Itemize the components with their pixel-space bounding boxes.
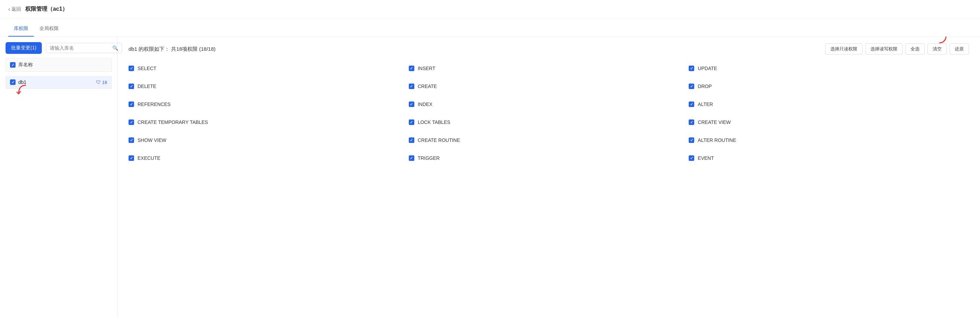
perm-item-create_temp: ✓ CREATE TEMPORARY TABLES [129, 117, 409, 128]
back-button[interactable]: ‹ 返回 [8, 6, 21, 13]
tab-db-privilege[interactable]: 库权限 [8, 21, 34, 37]
perm-label-index: INDEX [418, 102, 433, 107]
perm-checkbox-index[interactable]: ✓ [409, 102, 414, 107]
perm-label-drop: DROP [698, 84, 711, 89]
perm-checkbox-create_view[interactable]: ✓ [689, 119, 694, 125]
perm-label-references: REFERENCES [138, 102, 171, 107]
checkbox-check-icon: ✓ [130, 102, 133, 107]
checkbox-check-icon: ✓ [11, 80, 14, 84]
perm-item-create_routine: ✓ CREATE ROUTINE [409, 135, 689, 146]
perm-checkbox-create[interactable]: ✓ [409, 84, 414, 89]
checkbox-check-icon: ✓ [11, 63, 14, 67]
checkbox-check-icon: ✓ [690, 84, 693, 89]
perm-label-event: EVENT [698, 156, 714, 161]
back-arrow-icon: ‹ [8, 6, 10, 13]
perm-item-index: ✓ INDEX [409, 99, 689, 110]
perm-checkbox-alter[interactable]: ✓ [689, 102, 694, 107]
perm-label-create_routine: CREATE ROUTINE [418, 137, 460, 143]
perm-checkbox-delete[interactable]: ✓ [129, 84, 134, 89]
checkbox-check-icon: ✓ [410, 84, 413, 89]
checkbox-check-icon: ✓ [130, 156, 133, 160]
permissions-grid: ✓ SELECT ✓ INSERT ✓ UPDATE ✓ DELETE ✓ CR… [129, 63, 969, 163]
perm-checkbox-lock_tables[interactable]: ✓ [409, 119, 414, 125]
checkbox-check-icon: ✓ [130, 138, 133, 143]
perm-label-create: CREATE [418, 84, 437, 89]
perm-checkbox-references[interactable]: ✓ [129, 102, 134, 107]
perm-checkbox-execute[interactable]: ✓ [129, 156, 134, 161]
left-panel: 批量变更(1) 🔍 ✓ 库名称 ✓ db1 🛡 18 [0, 37, 118, 317]
perm-item-update: ✓ UPDATE [689, 63, 969, 74]
checkbox-check-icon: ✓ [410, 156, 413, 160]
perm-checkbox-create_temp[interactable]: ✓ [129, 119, 134, 125]
db-count-value: 18 [102, 80, 107, 85]
back-label: 返回 [11, 6, 21, 13]
main-content: 批量变更(1) 🔍 ✓ 库名称 ✓ db1 🛡 18 [0, 37, 980, 317]
perm-item-trigger: ✓ TRIGGER [409, 152, 689, 163]
perm-checkbox-drop[interactable]: ✓ [689, 84, 694, 89]
perm-item-alter_routine: ✓ ALTER ROUTINE [689, 135, 969, 146]
perm-label-select: SELECT [138, 66, 156, 71]
select-readwrite-button[interactable]: 选择读写权限 [865, 43, 903, 54]
perm-label-update: UPDATE [698, 66, 717, 71]
perm-item-delete: ✓ DELETE [129, 81, 409, 92]
right-header: db1 的权限如下： 共18项权限 (18/18) 选择只读权限 选择读写权限 … [129, 43, 969, 54]
perm-label-execute: EXECUTE [138, 156, 160, 161]
perm-item-references: ✓ REFERENCES [129, 99, 409, 110]
tab-global-privilege[interactable]: 全局权限 [34, 21, 64, 37]
perm-item-insert: ✓ INSERT [409, 63, 689, 74]
checkbox-check-icon: ✓ [130, 84, 133, 89]
checkbox-check-icon: ✓ [690, 120, 693, 125]
select-all-checkbox[interactable]: ✓ [10, 62, 16, 68]
perm-checkbox-update[interactable]: ✓ [689, 66, 694, 71]
perm-item-select: ✓ SELECT [129, 63, 409, 74]
perm-label-alter_routine: ALTER ROUTINE [698, 137, 736, 143]
checkbox-check-icon: ✓ [410, 66, 413, 71]
checkbox-check-icon: ✓ [130, 120, 133, 125]
select-all-button[interactable]: 全选 [905, 43, 925, 54]
checkbox-check-icon: ✓ [690, 66, 693, 71]
perm-label-alter: ALTER [698, 102, 713, 107]
perm-label-show_view: SHOW VIEW [138, 137, 166, 143]
checkbox-check-icon: ✓ [690, 156, 693, 160]
tab-bar: 库权限 全局权限 [0, 21, 980, 37]
checkbox-check-icon: ✓ [690, 138, 693, 143]
perm-checkbox-create_routine[interactable]: ✓ [409, 137, 414, 143]
perm-item-alter: ✓ ALTER [689, 99, 969, 110]
reset-button[interactable]: 还原 [950, 43, 969, 54]
perm-item-show_view: ✓ SHOW VIEW [129, 135, 409, 146]
arrow-annotation-right [929, 37, 950, 46]
shield-icon: 🛡 [96, 79, 101, 85]
perm-checkbox-show_view[interactable]: ✓ [129, 137, 134, 143]
db-count-badge: 🛡 18 [96, 79, 107, 85]
arrow-annotation-left [15, 84, 32, 102]
perm-checkbox-alter_routine[interactable]: ✓ [689, 137, 694, 143]
checkbox-check-icon: ✓ [690, 102, 693, 107]
row-checkbox-db1[interactable]: ✓ [10, 79, 16, 85]
right-actions: 选择只读权限 选择读写权限 全选 清空 还原 [825, 43, 969, 54]
perm-item-event: ✓ EVENT [689, 152, 969, 163]
search-box: 🔍 [46, 43, 122, 53]
red-arrow-right-icon [929, 37, 950, 44]
checkbox-check-icon: ✓ [410, 102, 413, 107]
perm-checkbox-select[interactable]: ✓ [129, 66, 134, 71]
batch-change-button[interactable]: 批量变更(1) [6, 42, 42, 54]
table-header-label: 库名称 [18, 62, 33, 68]
perm-checkbox-event[interactable]: ✓ [689, 156, 694, 161]
search-input[interactable] [50, 45, 110, 51]
perm-label-delete: DELETE [138, 84, 156, 89]
page-header: ‹ 返回 权限管理（ac1） [0, 0, 980, 19]
perm-checkbox-trigger[interactable]: ✓ [409, 156, 414, 161]
page-title: 权限管理（ac1） [25, 6, 68, 13]
perm-label-insert: INSERT [418, 66, 435, 71]
checkbox-check-icon: ✓ [410, 120, 413, 125]
perm-label-lock_tables: LOCK TABLES [418, 119, 450, 125]
checkbox-check-icon: ✓ [410, 138, 413, 143]
right-title: db1 的权限如下： 共18项权限 (18/18) [129, 46, 216, 52]
perm-item-execute: ✓ EXECUTE [129, 152, 409, 163]
perm-item-create_view: ✓ CREATE VIEW [689, 117, 969, 128]
perm-label-trigger: TRIGGER [418, 156, 440, 161]
select-readonly-button[interactable]: 选择只读权限 [825, 43, 862, 54]
perm-checkbox-insert[interactable]: ✓ [409, 66, 414, 71]
perm-label-create_view: CREATE VIEW [698, 119, 730, 125]
left-toolbar: 批量变更(1) 🔍 [6, 42, 111, 54]
